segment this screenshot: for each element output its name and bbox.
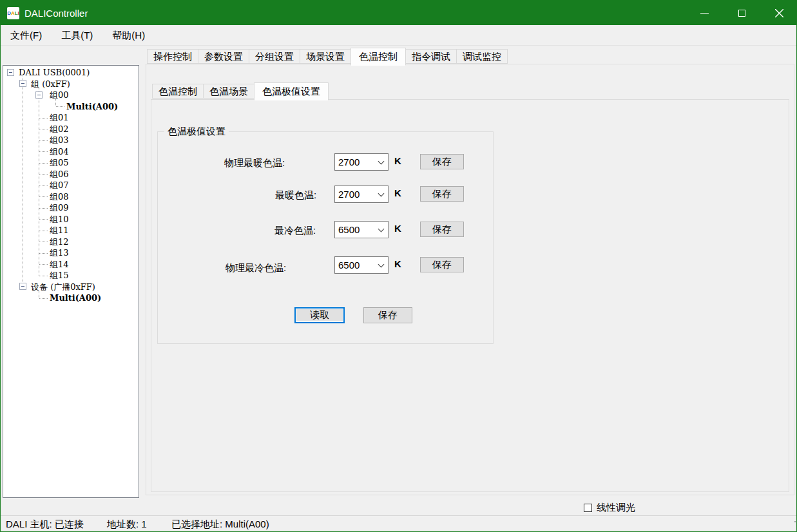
tree-node[interactable]: 组13 (3, 247, 139, 259)
tree-node-label: 组08 (50, 192, 69, 202)
main-tab[interactable]: 指令调试 (405, 49, 457, 64)
row-save-button[interactable]: 保存 (420, 257, 464, 272)
unit-label: K (394, 258, 401, 269)
main-tabstrip: 操作控制参数设置分组设置场景设置色温控制指令调试调试监控 (147, 49, 507, 66)
titlebar: DALI DALIController (1, 1, 797, 25)
maximize-button[interactable] (723, 1, 760, 25)
expand-collapse-icon[interactable] (7, 69, 14, 76)
tree-node-label: 设备 (广播0xFF) (31, 282, 95, 292)
sub-tab[interactable]: 色温极值设置 (254, 82, 329, 100)
tree-node-label: 组01 (50, 113, 69, 122)
groupbox-title: 色温极值设置 (164, 126, 229, 138)
tree-node-label: 组13 (50, 248, 69, 258)
linear-dimming-checkbox[interactable] (584, 504, 592, 512)
tree-node[interactable]: 组09 (3, 202, 139, 214)
main-tab[interactable]: 操作控制 (147, 49, 198, 64)
color-temp-combobox[interactable]: 6500 (334, 221, 389, 238)
tree-node-label: 组05 (50, 158, 69, 167)
main-tab[interactable]: 场景设置 (300, 49, 351, 64)
resize-grip-icon[interactable] (794, 516, 796, 517)
row-save-button[interactable]: 保存 (420, 222, 464, 237)
menu-item[interactable]: 工具(T) (52, 25, 102, 46)
tree-node-label: Multi(A00) (66, 102, 118, 111)
linear-dimming-option: 线性调光 (584, 502, 635, 513)
field-label: 物理最暖色温: (224, 157, 285, 169)
tree-node-label: DALI USB(0001) (19, 68, 90, 77)
expand-collapse-icon[interactable] (19, 80, 26, 87)
tree-node-label: 组07 (50, 180, 69, 190)
tree-node-label: 组02 (50, 124, 69, 134)
field-label: 最暖色温: (275, 189, 316, 202)
tree-node-label: 组04 (50, 147, 69, 157)
tree-node-label: 组 (0xFF) (31, 79, 70, 89)
tree-node[interactable]: 组15 (3, 270, 139, 281)
color-temp-combobox[interactable]: 6500 (334, 256, 389, 274)
row-save-button[interactable]: 保存 (420, 186, 464, 202)
expand-collapse-icon[interactable] (35, 91, 43, 99)
tree-node[interactable]: DALI USB(0001) (3, 67, 139, 79)
unit-label: K (394, 187, 401, 198)
tree-node[interactable]: 组00 (3, 90, 139, 101)
color-temp-combobox[interactable]: 2700 (334, 153, 389, 171)
close-button[interactable] (760, 1, 797, 25)
ct-extreme-groupbox: 色温极值设置 物理最暖色温: 2700 K 保存 最暖色温: 2700 K (157, 131, 494, 344)
tree-node[interactable]: 组01 (3, 112, 139, 124)
app-icon: DALI (7, 7, 19, 19)
tree-node[interactable]: 组03 (3, 135, 139, 146)
tree-node[interactable]: 组10 (3, 214, 139, 225)
sub-tab[interactable]: 色温控制 (152, 84, 204, 99)
color-temp-combobox[interactable]: 2700 (334, 185, 389, 203)
minimize-button[interactable] (686, 1, 723, 25)
tree-node[interactable]: 组07 (3, 180, 139, 191)
maximize-icon (738, 10, 745, 17)
main-tab[interactable]: 分组设置 (249, 49, 300, 64)
tree-node[interactable]: 设备 (广播0xFF) (3, 281, 139, 293)
app-window: { "window": { "title": "DALIController",… (0, 0, 797, 532)
tree-node[interactable]: 组 (0xFF) (3, 79, 139, 90)
tree-node-label: 组15 (50, 271, 69, 280)
tree-node[interactable]: 组04 (3, 146, 139, 158)
tree-node[interactable]: 组11 (3, 225, 139, 236)
tree-node[interactable]: 组05 (3, 157, 139, 169)
combobox-value: 6500 (338, 224, 360, 235)
close-icon (775, 9, 783, 17)
tree-node-label: 组10 (50, 214, 69, 224)
minimize-icon (700, 13, 709, 14)
tree-node-label: 组12 (50, 237, 69, 247)
combobox-value: 6500 (338, 260, 360, 271)
expand-collapse-icon[interactable] (19, 283, 26, 290)
main-tab[interactable]: 色温控制 (350, 48, 406, 66)
menu-item[interactable]: 文件(F) (1, 25, 52, 46)
tree-node-label: 组06 (50, 169, 69, 179)
menubar: 文件(F)工具(T)帮助(H) (1, 25, 797, 46)
combobox-value: 2700 (338, 157, 360, 167)
save-button[interactable]: 保存 (363, 307, 412, 323)
menu-item[interactable]: 帮助(H) (102, 25, 155, 46)
chevron-down-icon (378, 226, 385, 233)
statusbar: DALI 主机: 已连接 地址数: 1 已选择地址: Multi(A00) (1, 515, 797, 532)
tree-node[interactable]: 组12 (3, 236, 139, 248)
tree-node-label: 组11 (50, 225, 69, 235)
sub-tab[interactable]: 色温场景 (203, 84, 254, 99)
tree-node-label: 组03 (50, 135, 69, 145)
device-tree-panel: DALI USB(0001) 组 (0xFF) 组00 Multi(A00) (3, 65, 139, 498)
read-button[interactable]: 读取 (294, 307, 345, 323)
tree-node[interactable]: 组02 (3, 124, 139, 135)
chevron-down-icon (378, 191, 385, 197)
row-save-button[interactable]: 保存 (420, 154, 464, 169)
status-host-connection: DALI 主机: 已连接 (6, 516, 84, 532)
tree-node[interactable]: Multi(A00) (3, 101, 139, 113)
tree-node-label: 组09 (50, 203, 69, 213)
tree-node[interactable]: Multi(A00) (3, 292, 139, 304)
tree-node[interactable]: 组14 (3, 259, 139, 271)
tree-node[interactable]: 组06 (3, 169, 139, 180)
tree-node[interactable]: 组08 (3, 191, 139, 203)
main-tab[interactable]: 参数设置 (198, 49, 249, 64)
status-address-count: 地址数: 1 (107, 516, 147, 532)
linear-dimming-label: 线性调光 (597, 502, 635, 514)
field-label: 物理最冷色温: (226, 262, 286, 274)
tree-node-label: 组14 (50, 260, 69, 269)
combobox-value: 2700 (338, 189, 360, 200)
main-tab[interactable]: 调试监控 (456, 49, 508, 64)
unit-label: K (394, 223, 401, 234)
